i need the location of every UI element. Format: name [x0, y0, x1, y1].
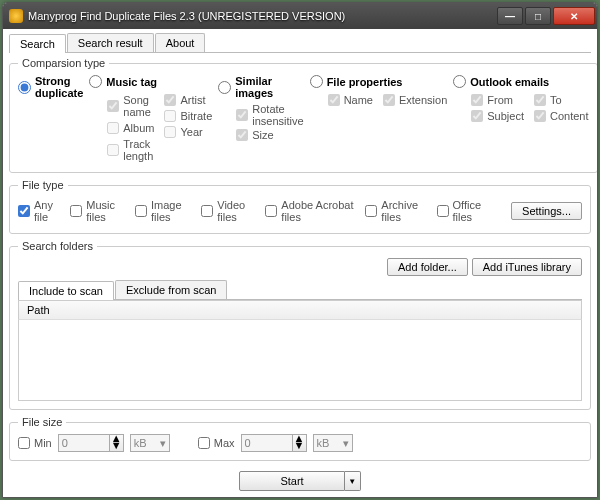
archive-files-check[interactable]: Archive files [365, 199, 426, 223]
settings-button[interactable]: Settings... [511, 202, 582, 220]
year-check[interactable]: Year [164, 126, 212, 138]
app-window: Manyprog Find Duplicate Files 2.3 (UNREG… [2, 2, 598, 498]
exclude-tab[interactable]: Exclude from scan [115, 280, 227, 299]
comparison-type-group: Comparsion type Strong duplicate Music t… [9, 57, 597, 173]
maximize-button[interactable]: □ [525, 7, 551, 25]
path-column-header[interactable]: Path [18, 300, 582, 320]
music-files-check[interactable]: Music files [70, 199, 125, 223]
file-type-legend: File type [18, 179, 68, 191]
titlebar[interactable]: Manyprog Find Duplicate Files 2.3 (UNREG… [3, 3, 597, 29]
add-folder-button[interactable]: Add folder... [387, 258, 468, 276]
file-size-group: File size Min ▲▼ kB▾ Max ▲▼ kB▾ [9, 416, 591, 461]
content-check[interactable]: Content [534, 110, 589, 122]
minimize-button[interactable]: — [497, 7, 523, 25]
min-unit-select[interactable]: kB▾ [130, 434, 170, 452]
include-tab[interactable]: Include to scan [18, 281, 114, 300]
file-type-group: File type Any file Music files Image fil… [9, 179, 591, 234]
min-check[interactable]: Min [18, 437, 52, 449]
strong-duplicate-radio[interactable]: Strong duplicate [18, 75, 83, 99]
search-folders-group: Search folders Add folder... Add iTunes … [9, 240, 591, 410]
from-check[interactable]: From [471, 94, 524, 106]
track-length-check[interactable]: Track length [107, 138, 154, 162]
album-check[interactable]: Album [107, 122, 154, 134]
tab-search-result[interactable]: Search result [67, 33, 154, 52]
content-area: Search Search result About Comparsion ty… [3, 29, 597, 497]
tab-search[interactable]: Search [9, 34, 66, 53]
subject-check[interactable]: Subject [471, 110, 524, 122]
main-tabs: Search Search result About [9, 33, 591, 53]
start-button[interactable]: Start [239, 471, 344, 491]
video-files-check[interactable]: Video files [201, 199, 255, 223]
size-check[interactable]: Size [236, 129, 303, 141]
office-files-check[interactable]: Office files [437, 199, 492, 223]
scan-tabs: Include to scan Exclude from scan [18, 280, 582, 300]
chevron-down-icon: ▾ [160, 437, 166, 450]
search-folders-legend: Search folders [18, 240, 97, 252]
comparison-legend: Comparsion type [18, 57, 109, 69]
pdf-files-check[interactable]: Adobe Acrobat files [265, 199, 355, 223]
artist-check[interactable]: Artist [164, 94, 212, 106]
max-unit-select[interactable]: kB▾ [313, 434, 353, 452]
min-value-spinner[interactable]: ▲▼ [58, 434, 124, 452]
bitrate-check[interactable]: Bitrate [164, 110, 212, 122]
rotate-insensitive-check[interactable]: Rotate insensitive [236, 103, 303, 127]
similar-images-radio[interactable]: Similar images [218, 75, 303, 99]
to-check[interactable]: To [534, 94, 589, 106]
file-size-legend: File size [18, 416, 66, 428]
path-list[interactable] [18, 320, 582, 401]
max-check[interactable]: Max [198, 437, 235, 449]
outlook-emails-radio[interactable]: Outlook emails [453, 75, 588, 88]
start-dropdown-button[interactable]: ▼ [345, 471, 361, 491]
name-check[interactable]: Name [328, 94, 373, 106]
any-file-check[interactable]: Any file [18, 199, 60, 223]
file-properties-radio[interactable]: File properties [310, 75, 448, 88]
extension-check[interactable]: Extension [383, 94, 447, 106]
add-itunes-button[interactable]: Add iTunes library [472, 258, 582, 276]
window-title: Manyprog Find Duplicate Files 2.3 (UNREG… [28, 10, 497, 22]
max-value-spinner[interactable]: ▲▼ [241, 434, 307, 452]
image-files-check[interactable]: Image files [135, 199, 191, 223]
tab-about[interactable]: About [155, 33, 206, 52]
start-bar: Start ▼ [9, 467, 591, 491]
song-name-check[interactable]: Song name [107, 94, 154, 118]
app-icon [9, 9, 23, 23]
chevron-down-icon: ▾ [343, 437, 349, 450]
music-tag-radio[interactable]: Music tag [89, 75, 212, 88]
close-button[interactable]: ✕ [553, 7, 595, 25]
